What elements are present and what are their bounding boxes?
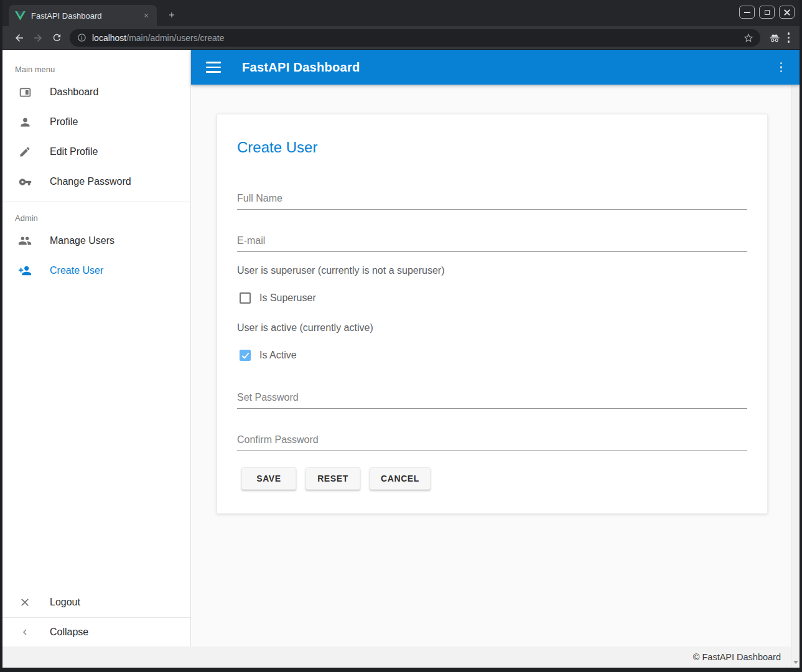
sidebar-divider [2, 202, 190, 202]
person-icon [17, 114, 32, 129]
sidebar-item-dashboard[interactable]: Dashboard [2, 77, 190, 107]
is-active-label: Is Active [259, 350, 297, 361]
close-icon [784, 9, 790, 16]
page-viewport: Main menu Dashboard Profile [2, 50, 800, 668]
sidebar-item-label: Create User [50, 265, 103, 276]
is-active-checkbox[interactable] [240, 350, 251, 361]
sidebar-item-label: Dashboard [50, 86, 98, 98]
people-icon [17, 233, 32, 248]
site-info-icon[interactable] [77, 33, 86, 42]
logout-x-icon [17, 595, 32, 610]
sidebar-item-manage-users[interactable]: Manage Users [2, 226, 190, 256]
form-buttons: SAVE RESET CANCEL [237, 467, 747, 490]
forward-button[interactable] [29, 29, 47, 47]
maximize-button[interactable] [759, 6, 775, 19]
browser-tab[interactable]: FastAPI Dashboard [9, 5, 157, 26]
reset-button[interactable]: RESET [305, 467, 360, 490]
full-name-placeholder: Full Name [237, 192, 747, 205]
confirm-password-field[interactable]: Confirm Password [237, 434, 747, 451]
url-bar[interactable]: localhost/main/admin/users/create [70, 29, 760, 47]
superuser-hint: User is superuser (currently is not a su… [237, 264, 747, 277]
maximize-icon [765, 10, 770, 15]
vue-logo-icon [15, 11, 26, 21]
is-superuser-label: Is Superuser [259, 292, 316, 304]
sidebar-item-change-password[interactable]: Change Password [2, 167, 190, 197]
active-hint: User is active (currently active) [237, 322, 747, 334]
app-menu-button[interactable] [776, 58, 786, 77]
forward-arrow-icon [32, 32, 44, 44]
bookmark-star-icon[interactable] [743, 32, 754, 44]
sidebar-item-profile[interactable]: Profile [2, 107, 190, 137]
sidebar-item-label: Profile [50, 116, 78, 128]
back-arrow-icon [14, 32, 25, 44]
close-button[interactable] [779, 6, 795, 19]
tab-strip: FastAPI Dashboard [2, 0, 800, 26]
dashboard-icon [17, 85, 32, 100]
cancel-button[interactable]: CANCEL [370, 467, 431, 490]
sidebar-item-label: Change Password [50, 176, 131, 187]
sidebar-item-label: Collapse [50, 627, 88, 638]
person-add-icon [17, 263, 32, 278]
window-controls [739, 6, 795, 19]
page-footer: © FastAPI Dashboard [2, 646, 791, 668]
footer-copyright: © FastAPI Dashboard [693, 652, 781, 662]
minimize-icon [744, 12, 750, 13]
is-superuser-checkbox[interactable] [240, 292, 251, 304]
sidebar-section-main-menu: Main menu [2, 61, 190, 77]
sidebar-spacer [2, 286, 190, 587]
key-icon [17, 174, 32, 189]
sidebar-item-label: Logout [50, 597, 80, 608]
page-content: Create User Full Name E-mail User is sup… [191, 85, 800, 646]
sidebar-item-create-user[interactable]: Create User [2, 256, 190, 286]
save-button[interactable]: SAVE [241, 467, 296, 490]
set-password-field[interactable]: Set Password [237, 391, 747, 409]
page-title: Create User [237, 138, 747, 157]
sidebar-item-label: Manage Users [50, 235, 114, 246]
email-placeholder: E-mail [237, 235, 747, 247]
incognito-icon [765, 29, 784, 47]
hamburger-menu-icon[interactable] [206, 62, 221, 73]
url-text: localhost/main/admin/users/create [92, 33, 743, 43]
browser-window: FastAPI Dashboard localhost/main/admin/u… [0, 0, 802, 672]
reload-icon [52, 32, 62, 43]
browser-menu-button[interactable] [784, 29, 794, 47]
full-name-field[interactable]: Full Name [237, 192, 747, 210]
confirm-password-placeholder: Confirm Password [237, 434, 747, 446]
sidebar-item-label: Edit Profile [50, 146, 98, 157]
browser-toolbar: localhost/main/admin/users/create [2, 26, 800, 50]
vertical-scrollbar[interactable] [791, 50, 800, 668]
reload-button[interactable] [47, 29, 66, 47]
is-superuser-row: Is Superuser [237, 291, 747, 306]
email-field[interactable]: E-mail [237, 235, 747, 252]
minimize-button[interactable] [739, 6, 755, 19]
sidebar-item-edit-profile[interactable]: Edit Profile [2, 137, 190, 167]
sidebar: Main menu Dashboard Profile [2, 50, 191, 646]
back-button[interactable] [10, 29, 29, 47]
sidebar-item-collapse[interactable]: Collapse [2, 618, 190, 646]
sidebar-section-admin: Admin [2, 210, 190, 226]
create-user-card: Create User Full Name E-mail User is sup… [217, 114, 768, 514]
pencil-icon [17, 144, 32, 159]
tab-close-icon[interactable] [141, 10, 152, 21]
is-active-row: Is Active [237, 348, 747, 363]
tab-title: FastAPI Dashboard [31, 11, 141, 21]
app-title: FastAPI Dashboard [242, 60, 360, 75]
chevron-left-icon [17, 625, 32, 640]
app-header: FastAPI Dashboard [191, 50, 800, 85]
set-password-placeholder: Set Password [237, 391, 747, 404]
main-area: FastAPI Dashboard Create User Full Name … [191, 50, 800, 646]
scrollbar-down-arrow-icon[interactable] [793, 661, 798, 664]
new-tab-button[interactable] [163, 6, 180, 24]
sidebar-item-logout[interactable]: Logout [2, 587, 190, 617]
